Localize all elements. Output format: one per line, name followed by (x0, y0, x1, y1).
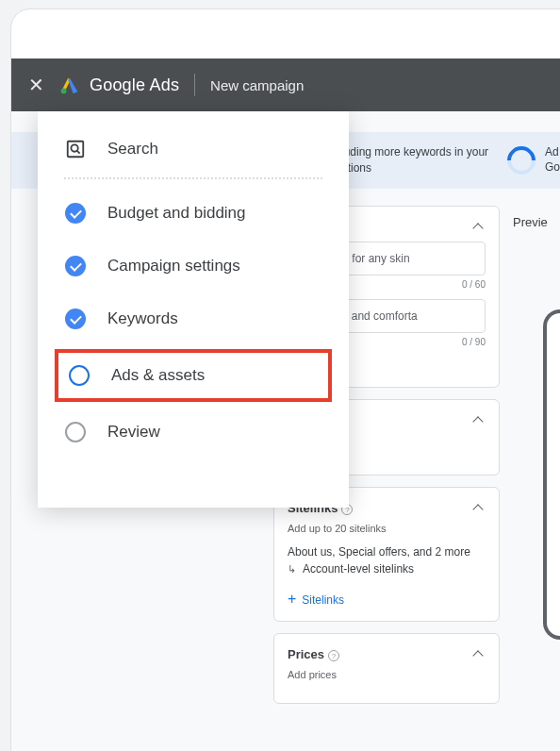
svg-rect-1 (68, 142, 84, 158)
check-icon (65, 256, 86, 276)
nav-item-label: Keywords (107, 309, 178, 328)
sitelinks-sub: Add up to 20 sitelinks (288, 523, 486, 534)
divider (64, 177, 322, 179)
brand-text: Google Ads (90, 75, 179, 95)
svg-point-2 (71, 144, 77, 151)
nav-budget-bidding[interactable]: Budget and bidding (38, 187, 349, 240)
prices-title: Prices? (288, 647, 339, 661)
svg-point-0 (61, 88, 67, 93)
check-icon (65, 309, 86, 329)
help-icon[interactable]: ? (328, 650, 339, 661)
banner-text: luding more keywords in your ptions (341, 144, 492, 176)
check-icon (65, 203, 86, 224)
highlighted-nav-item: Ads & assets (55, 349, 332, 402)
nav-item-label: Campaign settings (107, 257, 240, 275)
nav-item-label: Budget and bidding (107, 204, 246, 223)
app-frame: ✕ Google Ads New campaign luding more ke… (11, 9, 560, 751)
svg-line-3 (77, 151, 80, 154)
radio-pending-icon (65, 422, 86, 442)
search-icon (64, 138, 87, 160)
nav-sidebar: Search Budget and bidding Campaign setti… (38, 111, 349, 508)
topbar: ✕ Google Ads New campaign (11, 58, 560, 111)
divider (194, 74, 195, 96)
nav-search-label: Search (107, 140, 158, 159)
nav-review[interactable]: Review (38, 406, 349, 459)
nav-search[interactable]: Search (38, 128, 349, 174)
google-ads-logo-icon (59, 75, 80, 95)
page-title: New campaign (210, 77, 304, 93)
sitelinks-level: ↳Account-level sitelinks (288, 560, 486, 577)
prices-sub: Add prices (288, 669, 486, 680)
chevron-up-icon[interactable] (474, 415, 486, 426)
progress-ring-icon (502, 141, 541, 180)
nav-item-label: Ads & assets (111, 366, 205, 385)
nav-keywords[interactable]: Keywords (38, 292, 349, 345)
device-preview-frame (543, 309, 560, 640)
prices-card: Prices? Add prices (273, 633, 500, 704)
chevron-up-icon[interactable] (474, 503, 486, 514)
chevron-up-icon[interactable] (474, 649, 486, 660)
ad-strength-widget: Ad Go (492, 132, 560, 189)
close-icon[interactable]: ✕ (28, 74, 44, 96)
nav-campaign-settings[interactable]: Campaign settings (38, 240, 349, 292)
preview-label: Previe (513, 215, 560, 229)
add-sitelinks-button[interactable]: +Sitelinks (288, 591, 486, 608)
nav-item-label: Review (107, 423, 160, 442)
nav-ads-assets[interactable]: Ads & assets (58, 353, 328, 398)
chevron-up-icon[interactable] (474, 222, 486, 233)
sitelinks-summary: About us, Special offers, and 2 more (288, 543, 486, 560)
hierarchy-icon: ↳ (288, 561, 299, 573)
radio-current-icon (69, 365, 90, 386)
